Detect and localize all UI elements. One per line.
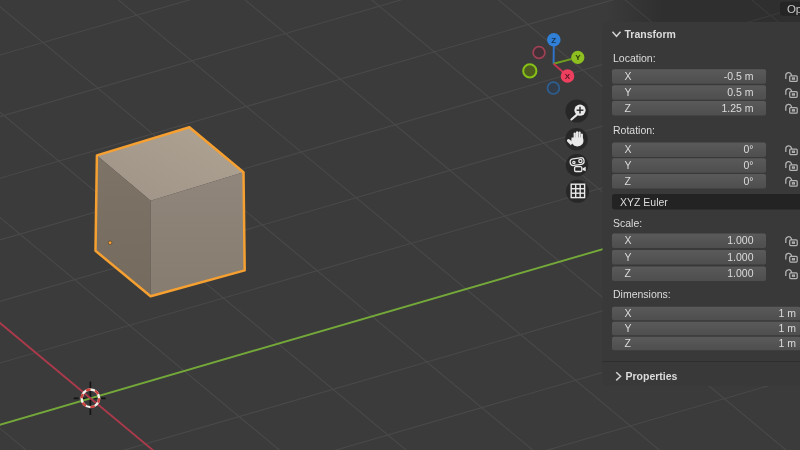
svg-text:-0.5 m: -0.5 m <box>724 70 754 82</box>
svg-text:Rotation:: Rotation: <box>613 124 655 136</box>
svg-text:1.000: 1.000 <box>727 267 753 279</box>
svg-text:Y: Y <box>625 251 632 263</box>
svg-text:Dimensions:: Dimensions: <box>613 288 671 300</box>
svg-text:Location:: Location: <box>613 52 656 64</box>
svg-text:Y: Y <box>625 86 632 98</box>
svg-text:Y: Y <box>625 159 632 171</box>
svg-text:Y: Y <box>625 322 632 334</box>
svg-text:X: X <box>625 70 632 82</box>
svg-text:X: X <box>625 234 632 246</box>
svg-text:1 m: 1 m <box>778 337 796 349</box>
svg-text:Scale:: Scale: <box>613 217 642 229</box>
svg-text:X: X <box>625 307 632 319</box>
svg-text:1 m: 1 m <box>778 307 796 319</box>
svg-text:Transform: Transform <box>625 28 676 40</box>
svg-text:Z: Z <box>625 102 632 114</box>
svg-text:1 m: 1 m <box>778 322 796 334</box>
svg-text:Z: Z <box>551 36 556 45</box>
svg-text:X: X <box>565 72 571 81</box>
svg-text:1.000: 1.000 <box>727 234 753 246</box>
svg-text:0°: 0° <box>743 143 753 155</box>
svg-text:Properties: Properties <box>626 370 678 382</box>
svg-text:Z: Z <box>625 175 632 187</box>
svg-text:Z: Z <box>625 267 632 279</box>
svg-text:X: X <box>625 143 632 155</box>
svg-text:Y: Y <box>575 53 581 62</box>
svg-text:Z: Z <box>625 337 632 349</box>
svg-text:XYZ Euler: XYZ Euler <box>620 196 668 208</box>
svg-text:0.5 m: 0.5 m <box>727 86 754 98</box>
svg-text:Opt: Opt <box>787 3 800 15</box>
svg-text:1.25 m: 1.25 m <box>721 102 753 114</box>
svg-text:0°: 0° <box>743 159 753 171</box>
svg-text:1.000: 1.000 <box>727 251 753 263</box>
svg-text:0°: 0° <box>743 175 753 187</box>
